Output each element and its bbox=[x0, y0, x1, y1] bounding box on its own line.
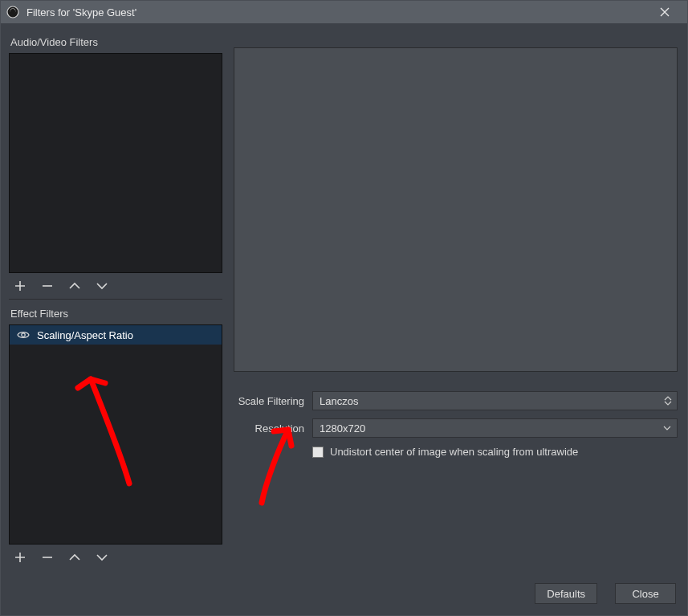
remove-icon[interactable] bbox=[39, 549, 55, 565]
move-down-icon[interactable] bbox=[94, 549, 110, 565]
undistort-checkbox[interactable] bbox=[312, 447, 324, 458]
effect-filters-toolbar bbox=[9, 545, 222, 569]
effect-filter-item[interactable]: Scaling/Aspect Ratio bbox=[10, 325, 222, 345]
defaults-button[interactable]: Defaults bbox=[535, 583, 597, 604]
window-title: Filters for 'Skype Guest' bbox=[26, 6, 641, 18]
dialog-body: Audio/Video Filters Effect Filters bbox=[1, 23, 687, 577]
svg-point-0 bbox=[7, 6, 18, 18]
effect-filters-list[interactable]: Scaling/Aspect Ratio bbox=[9, 324, 222, 545]
av-filters-toolbar bbox=[9, 273, 222, 297]
close-button[interactable]: Close bbox=[615, 583, 676, 604]
scale-filtering-label: Scale Filtering bbox=[234, 395, 304, 407]
dialog-footer: Defaults Close bbox=[1, 577, 687, 615]
move-up-icon[interactable] bbox=[67, 278, 83, 294]
resolution-label: Resolution bbox=[234, 422, 304, 434]
divider bbox=[9, 299, 222, 300]
right-column: Scale Filtering Lanczos Resolution 1280x… bbox=[234, 31, 678, 569]
effect-filters-label: Effect Filters bbox=[10, 308, 222, 320]
undistort-row: Undistort center of image when scaling f… bbox=[234, 446, 678, 458]
undistort-label: Undistort center of image when scaling f… bbox=[330, 446, 578, 458]
scale-filtering-select[interactable]: Lanczos bbox=[312, 391, 678, 410]
scale-filtering-value: Lanczos bbox=[320, 395, 358, 407]
resolution-row: Resolution 1280x720 bbox=[234, 418, 678, 438]
spinner-icon[interactable] bbox=[662, 392, 674, 410]
remove-icon[interactable] bbox=[39, 278, 55, 294]
filters-dialog: Filters for 'Skype Guest' Audio/Video Fi… bbox=[0, 0, 688, 616]
chevron-down-icon[interactable] bbox=[662, 419, 672, 437]
filter-preview bbox=[234, 47, 678, 372]
add-icon[interactable] bbox=[12, 278, 28, 294]
undistort-checkbox-row: Undistort center of image when scaling f… bbox=[312, 446, 578, 458]
move-down-icon[interactable] bbox=[94, 278, 110, 294]
resolution-select[interactable]: 1280x720 bbox=[312, 418, 678, 438]
filter-properties: Scale Filtering Lanczos Resolution 1280x… bbox=[234, 391, 678, 458]
resolution-value: 1280x720 bbox=[320, 422, 365, 434]
left-column: Audio/Video Filters Effect Filters bbox=[9, 31, 222, 569]
add-icon[interactable] bbox=[12, 549, 28, 565]
visibility-eye-icon[interactable] bbox=[16, 328, 31, 342]
av-filters-label: Audio/Video Filters bbox=[10, 36, 222, 48]
titlebar[interactable]: Filters for 'Skype Guest' bbox=[1, 1, 687, 23]
av-filters-list[interactable] bbox=[9, 53, 222, 273]
svg-point-1 bbox=[22, 333, 25, 337]
move-up-icon[interactable] bbox=[67, 549, 83, 565]
close-icon[interactable] bbox=[647, 1, 682, 23]
obs-icon bbox=[6, 5, 20, 19]
effect-filter-name: Scaling/Aspect Ratio bbox=[37, 329, 133, 341]
scale-filtering-row: Scale Filtering Lanczos bbox=[234, 391, 678, 410]
